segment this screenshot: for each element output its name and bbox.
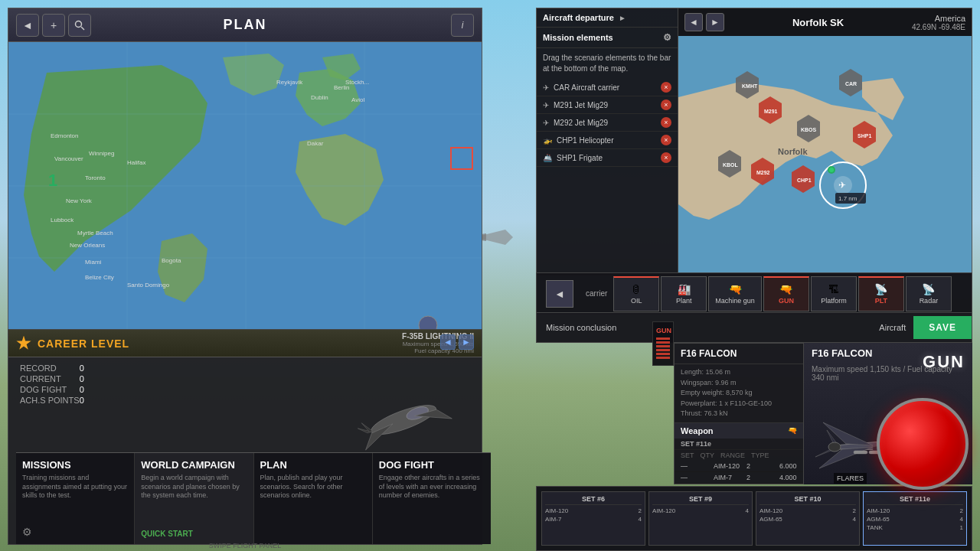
remove-chp1-button[interactable]: × [661, 135, 671, 145]
wset6-aim7-name: AIM-7 [545, 515, 561, 523]
stat-current-value: 0 [80, 374, 84, 383]
svg-text:CHP1: CHP1 [797, 178, 812, 183]
plan-map[interactable]: Edmonton Winnipeg Halifax Toronto Vancou… [8, 42, 482, 330]
svg-point-1 [76, 21, 82, 27]
map-location-label: Norfolk SK [792, 17, 844, 28]
plan-info-button[interactable]: i [451, 14, 474, 37]
svg-text:Toronto: Toronto [85, 174, 106, 181]
ammo-bar-4 [656, 349, 670, 351]
remove-m291-button[interactable]: × [661, 99, 671, 110]
map-header-bar: ◄ ► Norfolk SK America 42.69N -69.48E [678, 8, 972, 36]
carousel-controls: ◄ ► [440, 334, 474, 350]
plan-add-button[interactable]: + [42, 14, 65, 37]
stat-record-label: RECORD [20, 364, 57, 373]
tool-plt[interactable]: 📡 PLT [858, 276, 904, 311]
wset11e-agm65: AGM-65 4 [867, 515, 963, 523]
remove-m292-button[interactable]: × [661, 117, 671, 128]
menu-dogfight-title: DOG FIGHT [379, 459, 485, 471]
weapon-agm65: — AGM-65 4 8.000 GRD [675, 484, 803, 485]
enemy-m292: ✈ M292 Jet Mig29 × [537, 114, 678, 132]
w2-name: AIM-7 [714, 474, 740, 481]
weapon-set-card-9[interactable]: SET #9 AIM-120 4 [648, 491, 753, 546]
wset10-agm65-name: AGM-65 [760, 515, 782, 523]
carrier-icon: ✈ [543, 83, 549, 92]
wset10-agm65-qty: 4 [853, 515, 856, 523]
aircraft-detail-name: F16 FALCON [675, 344, 803, 364]
svg-text:Myrtle Beach: Myrtle Beach [77, 230, 113, 236]
svg-text:Winnipeg: Winnipeg [89, 150, 114, 157]
menu-item-world-campaign[interactable]: WORLD CAMPAIGN Begin a world campaign wi… [135, 453, 253, 544]
enemy-m291: ✈ M291 Jet Mig29 × [537, 96, 678, 114]
plan-search-button[interactable] [68, 14, 91, 37]
map-back-button[interactable]: ◄ [684, 13, 703, 31]
quick-start-button[interactable]: QUICK START [141, 530, 193, 538]
weapon-set-card-6[interactable]: SET #6 AIM-120 2 AIM-7 4 [541, 491, 645, 546]
stat-ach-value: 0 [80, 396, 84, 405]
mission-elements-header: Mission elements ⚙ [543, 32, 671, 43]
mission-elements-section: Mission elements ⚙ [537, 28, 678, 48]
flares-label: FLARES [834, 473, 867, 484]
spec-weight: Empty weight: 8,570 kg [681, 388, 797, 399]
gun-icon: 🔫 [779, 283, 792, 295]
carrier-label: carrier [581, 289, 612, 298]
remove-shp1-button[interactable]: × [661, 152, 671, 163]
ammo-bar-1 [656, 337, 670, 340]
tool-gun[interactable]: 🔫 GUN [763, 276, 809, 311]
svg-text:CAR: CAR [845, 81, 857, 86]
ammo-bar-5 [656, 353, 670, 355]
w1-qty: 2 [746, 462, 773, 470]
gun-ammo-panel: GUN [652, 321, 674, 366]
wset6-aim120-name: AIM-120 [545, 507, 568, 515]
tools-back-button[interactable]: ◄ [546, 280, 573, 308]
plan-back-button[interactable]: ◄ [16, 14, 39, 37]
gun-main-label: GUN [923, 352, 965, 372]
tool-machine-gun[interactable]: 🔫 Machine gun [708, 276, 762, 311]
tool-radar[interactable]: 📡 Radar [906, 276, 952, 311]
settings-icon[interactable]: ⚙ [22, 526, 32, 538]
svg-text:✈: ✈ [838, 180, 846, 191]
menu-plan-desc: Plan, publish and play your scenarios. S… [260, 474, 366, 500]
weapon-aim7: — AIM-7 2 4.000 AIR [675, 472, 803, 484]
wset11e-tank-qty: 1 [960, 523, 963, 532]
wset6-aim7: AIM-7 4 [545, 515, 642, 523]
mission-description: Drag the scenario elements to the bar at… [537, 48, 678, 79]
plan-title: PLAN [224, 17, 267, 33]
svg-text:Halifax: Halifax [127, 159, 145, 166]
svg-text:Norfolk: Norfolk [778, 147, 808, 156]
menu-item-missions[interactable]: MISSIONS Training missions and assignmen… [16, 453, 135, 544]
w2-range: 4.000 [779, 474, 804, 481]
tool-plant[interactable]: 🏭 Plant [661, 276, 707, 311]
stat-ach-points: ACH.S POINTS 0 [20, 396, 84, 405]
career-title: CAREER LEVEL [38, 337, 129, 350]
svg-text:KMHT: KMHT [742, 83, 758, 89]
svg-text:KBOS: KBOS [801, 127, 817, 132]
menu-item-dogfight[interactable]: DOG FIGHT Engage other aircrafts in a se… [373, 453, 491, 544]
stat-dogfight-value: 0 [80, 385, 84, 394]
svg-text:Reykjavik: Reykjavik [276, 79, 303, 86]
carousel-left-btn[interactable]: ◄ [440, 334, 456, 350]
menu-dogfight-desc: Engage other aircrafts in a series of le… [379, 474, 485, 500]
wset10-title: SET #10 [760, 495, 856, 505]
svg-point-57 [829, 168, 834, 172]
save-button[interactable]: SAVE [913, 316, 972, 339]
remove-car-button[interactable]: × [661, 82, 671, 93]
map-forward-button[interactable]: ► [706, 13, 724, 31]
col-set: SET [681, 452, 694, 459]
svg-text:Dakar: Dakar [307, 140, 324, 147]
weapon-set-card-10[interactable]: SET #10 AIM-120 2 AGM-65 4 [756, 491, 860, 546]
radar-label: Radar [920, 297, 939, 305]
mission-map[interactable]: ◄ ► Norfolk SK America 42.69N -69.48E No… [678, 8, 972, 275]
svg-text:Belize City: Belize City [85, 274, 114, 281]
carousel-right-btn[interactable]: ► [459, 334, 474, 350]
svg-point-60 [828, 442, 841, 452]
career-aircraft-display [328, 368, 466, 460]
weapon-set-card-11e[interactable]: SET #11e AIM-120 2 AGM-65 4 TANK 1 [863, 491, 967, 546]
wset9-title: SET #9 [652, 495, 749, 505]
w2-qty: 2 [746, 474, 773, 481]
tool-platform[interactable]: 🏗 Platform [811, 276, 857, 311]
enemy-chp1-name: CHP1 Helicopter [557, 136, 656, 145]
tool-oil[interactable]: 🛢 OIL [613, 276, 659, 311]
fire-button[interactable] [877, 398, 969, 490]
menu-item-plan[interactable]: PLAN Plan, publish and play your scenari… [254, 453, 373, 544]
swipe-label: SWIPE FLIGHT PANEL [209, 542, 282, 549]
